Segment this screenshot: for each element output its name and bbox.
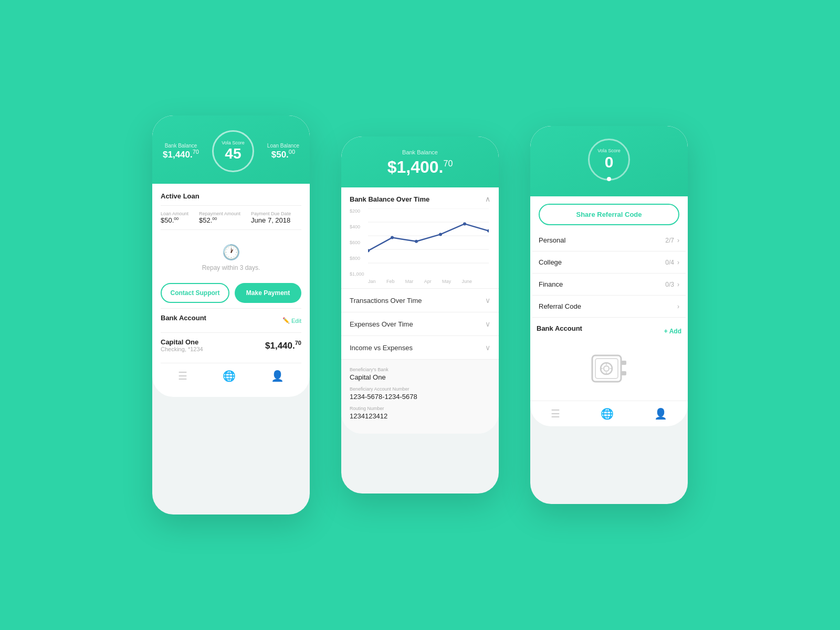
p3-bottom-nav: ☰ 🌐 👤 xyxy=(530,401,688,426)
action-buttons: Contact Support Make Payment xyxy=(161,283,301,303)
routing-number-label: Routing Number xyxy=(350,406,490,411)
phone1-header: Bank Balance $1,440.70 Vola Score 45 Loa… xyxy=(152,116,310,184)
chevron-down-icon-3: ∨ xyxy=(485,343,490,352)
routing-number-value: 1234123412 xyxy=(350,412,490,420)
bank-name: Capital One xyxy=(161,338,203,346)
svg-point-10 xyxy=(487,229,489,233)
add-bank-button[interactable]: + Add xyxy=(664,328,681,335)
svg-rect-15 xyxy=(621,361,626,365)
repay-section: 🕐 Repay within 3 days. xyxy=(161,235,301,278)
chevron-down-icon-2: ∨ xyxy=(485,320,490,328)
svg-rect-11 xyxy=(592,355,621,382)
phone2-body: Bank Balance Over Time ∧ $1,000 $800 $60… xyxy=(341,187,499,434)
make-payment-button[interactable]: Make Payment xyxy=(235,283,301,303)
p3-score-label: Vola Score xyxy=(597,148,621,153)
account-number-label: Beneficiary Account Number xyxy=(350,386,490,392)
active-loan-title: Active Loan xyxy=(161,192,301,200)
finance-label: Finance xyxy=(539,280,563,288)
referral-code-right: › xyxy=(677,303,679,310)
svg-point-9 xyxy=(463,222,466,225)
bank-balance-block: Bank Balance $1,440.70 xyxy=(163,143,199,160)
bank-balance-chart-section: Bank Balance Over Time ∧ $1,000 $800 $60… xyxy=(341,187,499,288)
chart-title: Bank Balance Over Time xyxy=(350,195,429,203)
referral-code-row[interactable]: Referral Code › xyxy=(532,296,686,318)
phone-2: Bank Balance $1,400.70 Bank Balance Over… xyxy=(341,136,499,494)
loan-details-row: Loan Amount $50.00 Repayment Amount $52.… xyxy=(161,211,301,224)
college-row[interactable]: College 0/4 › xyxy=(532,251,686,274)
share-btn-wrapper: Share Referral Code xyxy=(530,196,688,229)
nav-user-icon[interactable]: 👤 xyxy=(271,370,284,382)
loan-balance-block: Loan Balance $50.00 xyxy=(267,143,299,160)
bank-amount: $1,440.70 xyxy=(265,340,301,351)
loan-amount-field: Loan Amount $50.00 xyxy=(161,211,188,224)
account-number-value: 1234-5678-1234-5678 xyxy=(350,393,490,401)
finance-row[interactable]: Finance 0/3 › xyxy=(532,274,686,296)
chevron-up-icon[interactable]: ∧ xyxy=(485,195,490,203)
beneficiary-bank-value: Capital One xyxy=(350,373,490,381)
chart-area: $1,000 $800 $600 $400 $200 xyxy=(350,208,490,277)
expenses-label: Expenses Over Time xyxy=(350,320,413,328)
svg-rect-12 xyxy=(595,359,618,379)
personal-right: 2/7 › xyxy=(665,237,679,244)
p2-balance-amount: $1,400.70 xyxy=(352,158,488,177)
chevron-right-icon-4: › xyxy=(677,303,679,310)
contact-support-button[interactable]: Contact Support xyxy=(161,283,229,303)
p3-nav-user-icon[interactable]: 👤 xyxy=(654,407,667,420)
personal-row[interactable]: Personal 2/7 › xyxy=(532,229,686,251)
p3-nav-globe-icon[interactable]: 🌐 xyxy=(601,407,614,420)
chevron-right-icon-3: › xyxy=(677,281,679,288)
phone-1: Bank Balance $1,440.70 Vola Score 45 Loa… xyxy=(152,116,310,514)
chevron-down-icon: ∨ xyxy=(485,296,490,304)
transactions-label: Transactions Over Time xyxy=(350,297,422,304)
nav-globe-icon[interactable]: 🌐 xyxy=(223,370,236,382)
phone3-header: Vola Score 0 xyxy=(530,126,688,196)
vola-score-circle: Vola Score 45 xyxy=(212,130,254,172)
clock-icon: 🕐 xyxy=(161,244,301,261)
transactions-accordion[interactable]: Transactions Over Time ∨ xyxy=(341,288,499,312)
line-chart-svg xyxy=(368,208,489,277)
score-label: Vola Score xyxy=(222,140,245,145)
phone-3: Vola Score 0 Share Referral Code Persona… xyxy=(530,126,688,504)
finance-right: 0/3 › xyxy=(665,281,679,288)
svg-point-7 xyxy=(415,240,418,243)
edit-button[interactable]: ✏️ Edit xyxy=(282,317,301,324)
safe-icon xyxy=(530,341,688,401)
loan-balance-amount: $50.00 xyxy=(267,149,299,160)
bank-account-section-title: Bank Account xyxy=(537,324,582,332)
p3-nav-list-icon[interactable]: ☰ xyxy=(551,407,560,420)
chart-header: Bank Balance Over Time ∧ xyxy=(350,195,490,203)
repayment-amount-field: Repayment Amount $52.00 xyxy=(199,211,240,224)
edit-icon: ✏️ xyxy=(282,317,290,324)
phone2-header: Bank Balance $1,400.70 xyxy=(341,136,499,187)
repay-text: Repay within 3 days. xyxy=(161,264,301,271)
income-label: Income vs Expenses xyxy=(350,344,413,352)
bank-info-section: Beneficiary's Bank Capital One Beneficia… xyxy=(341,359,499,434)
svg-rect-16 xyxy=(621,371,626,375)
bank-sub: Checking, *1234 xyxy=(161,346,203,352)
score-value: 45 xyxy=(225,145,241,162)
p2-balance-label: Bank Balance xyxy=(352,149,488,155)
score-dot xyxy=(607,177,611,181)
y-axis-labels: $1,000 $800 $600 $400 $200 xyxy=(350,208,364,277)
expenses-accordion[interactable]: Expenses Over Time ∨ xyxy=(341,312,499,335)
bank-balance-amount: $1,440.70 xyxy=(163,149,199,160)
svg-point-6 xyxy=(391,236,394,239)
bank-account-section-header: Bank Account + Add xyxy=(530,318,688,341)
svg-point-14 xyxy=(604,366,609,371)
svg-point-8 xyxy=(439,233,442,236)
bank-row: Capital One Checking, *1234 $1,440.70 xyxy=(161,338,301,352)
bank-account-header-row: Bank Account ✏️ Edit xyxy=(161,314,301,327)
college-label: College xyxy=(539,258,562,266)
chevron-right-icon-2: › xyxy=(677,259,679,266)
referral-code-label: Referral Code xyxy=(539,302,581,310)
nav-list-icon[interactable]: ☰ xyxy=(178,370,187,382)
chevron-right-icon: › xyxy=(677,237,679,244)
p3-score-value: 0 xyxy=(605,153,614,171)
due-date-field: Payment Due Date June 7, 2018 xyxy=(251,211,291,224)
personal-label: Personal xyxy=(539,236,565,244)
phone3-body: Share Referral Code Personal 2/7 › Colle… xyxy=(530,196,688,426)
beneficiary-bank-label: Beneficiary's Bank xyxy=(350,367,490,372)
share-referral-button[interactable]: Share Referral Code xyxy=(539,204,679,225)
income-accordion[interactable]: Income vs Expenses ∨ xyxy=(341,335,499,359)
phone1-body: Active Loan Loan Amount $50.00 Repayment… xyxy=(152,184,310,397)
